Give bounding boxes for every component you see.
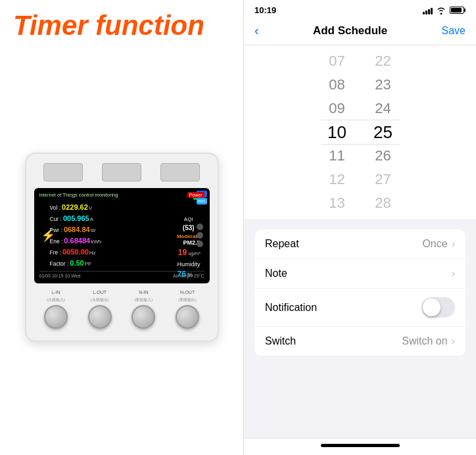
slot-1 [43,163,83,181]
connector-n-in-knob [131,305,155,329]
switch-value: Switch on [402,335,447,347]
lightning-icon: ⚡ [41,227,55,244]
device-screen: Internet of Things control monitoring ON… [34,188,210,283]
note-chevron-icon: › [452,268,455,279]
min-28[interactable]: 28 [360,191,406,215]
hour-12[interactable]: 12 [314,168,360,191]
status-time: 10:19 [254,5,276,15]
repeat-label: Repeat [265,238,299,250]
signal-bar-3 [428,9,430,14]
connector-n-out-knob [176,305,199,329]
humidity-unit: % [186,272,193,278]
min-22[interactable]: 22 [360,49,406,73]
settings-group: Repeat Once › Note › Notification [254,229,465,356]
connector-l-in-label: L-IN [51,290,60,295]
phone-ui: 10:19 [243,0,476,455]
connector-l-out-knob [88,305,112,329]
connector-n-in-label: N-IN [139,290,148,295]
nav-title: Add Schedule [313,24,387,37]
connector-l-out-sub: (火线输出) [91,297,109,303]
screen-row-pwr: Pwr : 0684.84 W [50,225,152,235]
notification-toggle[interactable] [421,297,455,318]
connector-n-out-label: N-OUT [180,290,195,295]
min-26[interactable]: 26 [360,144,406,168]
status-icons [423,7,465,14]
min-27[interactable]: 27 [360,168,406,191]
hour-13[interactable]: 13 [314,191,360,215]
signal-bar-4 [431,8,433,14]
min-23[interactable]: 23 [360,73,406,97]
back-button[interactable]: ‹ [254,23,259,38]
connector-l-out: L-OUT (火线输出) [88,290,112,329]
minutes-column[interactable]: 22 23 24 25 26 27 28 [360,45,406,219]
connector-n-in: N-IN (零线输入) [131,290,155,329]
repeat-row[interactable]: Repeat Once › [254,229,465,259]
connector-l-out-label: L-OUT [93,290,107,295]
power-badge: Power [187,192,204,198]
min-25-selected[interactable]: 25 [360,120,406,144]
pm-value: 19 [178,248,187,257]
note-row[interactable]: Note › [254,259,465,289]
note-right: › [452,268,455,279]
screen-row-ene: Ene : 0.68484 kWh [50,236,152,247]
side-dot-3 [197,241,203,247]
nav-bar: ‹ Add Schedule Save [244,18,476,45]
hour-09[interactable]: 09 [314,97,360,120]
repeat-right: Once › [422,238,455,250]
aqi-label: AQI [177,216,201,224]
hour-10-selected[interactable]: 10 [314,120,360,144]
humidity-label: Humidity [177,260,200,269]
save-button[interactable]: Save [442,25,465,37]
screen-top-text: Internet of Things control monitoring [39,192,118,199]
battery-fill [451,8,462,12]
signal-bar-1 [423,12,425,14]
connector-n-out-sub: (零线输出) [178,297,197,303]
time-picker[interactable]: 07 08 09 10 11 12 13 22 23 24 25 26 27 2… [244,45,476,219]
page-title: Timer function [13,12,230,39]
device-illustration: Internet of Things control monitoring ON… [13,51,230,443]
connector-l-in-knob [44,305,68,329]
connector-l-in-sub: (火线输入) [47,297,65,303]
screen-row-vol: Vol : 0229.62 V [50,203,152,213]
connector-n-out: N-OUT (零线输出) [176,290,199,329]
settings-container: Repeat Once › Note › Notification [244,219,476,438]
slot-3 [160,163,200,181]
device-connectors: L-IN (火线输入) L-OUT (火线输出) N-IN (零线输入) N-O… [34,290,210,329]
toggle-knob [423,299,440,316]
screen-row-factor: Factor : 0.50 PF [50,258,152,269]
min-24[interactable]: 24 [360,97,406,120]
battery-tip [464,9,465,12]
hour-07[interactable]: 07 [314,49,360,73]
screen-row-cur: Cur : 005.965 A [50,214,152,224]
battery-icon [450,7,465,14]
side-dot-2 [197,232,203,239]
device-screen-wrapper: Internet of Things control monitoring ON… [34,188,210,283]
switch-row[interactable]: Switch Switch on › [254,327,465,356]
humidity-section: Humidity 76 % [177,260,200,280]
svg-point-0 [440,12,442,14]
notification-label: Notification [265,302,317,314]
footer-date-time: 01/03 10:15:10 Wed [39,273,81,279]
repeat-value: Once [422,238,447,250]
screen-top-bar: Internet of Things control monitoring ON [39,192,204,200]
connector-l-in: L-IN (火线输入) [44,290,68,329]
pm-unit: ug/m³ [189,251,201,256]
device-top-slots [34,163,210,181]
note-label: Note [265,268,287,279]
wifi-status-icon [436,7,446,14]
power-section: Power [187,192,204,198]
hour-11[interactable]: 11 [314,144,360,168]
hours-column[interactable]: 07 08 09 10 11 12 13 [314,45,360,219]
side-dot-1 [197,224,203,230]
switch-right: Switch on › [402,335,455,347]
switch-chevron-icon: › [452,335,455,347]
connector-n-in-sub: (零线输入) [134,297,153,303]
phone-status-bar: 10:19 [244,0,476,18]
screen-row-fre: Fre : 0050.00 Hz [50,247,152,258]
left-panel: Timer function Internet of Things contro… [0,0,243,455]
notification-row[interactable]: Notification [254,289,465,327]
home-bar [321,444,400,447]
hour-08[interactable]: 08 [314,73,360,97]
humidity-value: 76 [177,270,185,279]
repeat-chevron-icon: › [452,238,455,250]
